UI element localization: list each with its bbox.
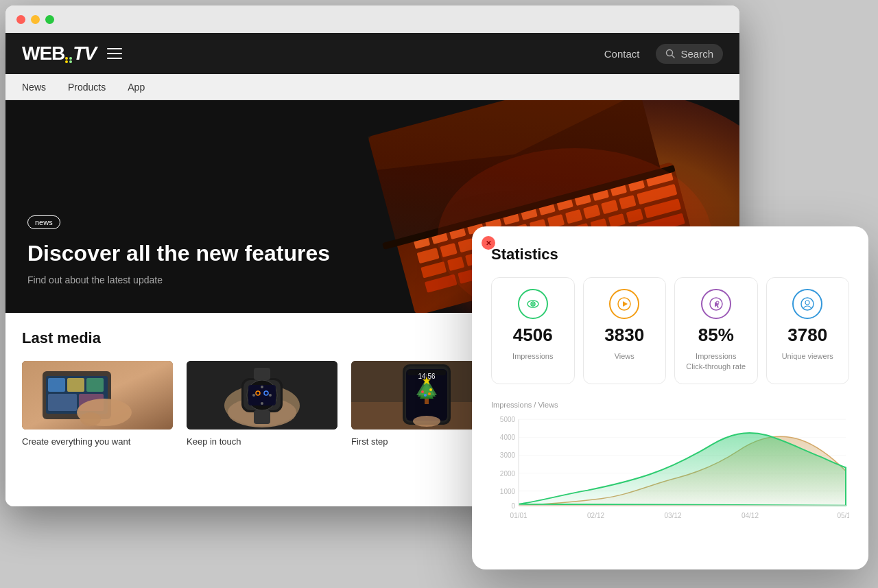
svg-point-76 [261, 386, 263, 388]
hero-subtitle: Find out about the latest update [27, 274, 330, 285]
chart-title: Impressions / Views [491, 401, 849, 409]
svg-point-109 [805, 301, 809, 305]
media-card-2-label: Keep in touch [187, 436, 241, 447]
nav-item-products[interactable]: Products [68, 76, 106, 98]
search-label: Search [680, 48, 713, 60]
svg-rect-62 [48, 378, 65, 392]
search-box[interactable]: Search [656, 44, 723, 64]
logo-web-text: WEB [22, 43, 64, 64]
hamburger-line-3 [107, 58, 122, 59]
logo-tv-text: TV [73, 43, 96, 64]
panel-title: Statistics [491, 246, 849, 263]
svg-point-78 [261, 402, 263, 405]
logo-dot-yellow2 [65, 60, 68, 63]
svg-marker-105 [623, 301, 628, 307]
media-thumb-1 [22, 361, 173, 430]
logo-dot-green2 [69, 60, 72, 63]
svg-point-68 [80, 412, 101, 426]
media-card-1-label: Create everything you want [22, 436, 130, 447]
svg-text:04/12: 04/12 [741, 512, 759, 519]
chart-container: 5000 4000 3000 2000 1000 0 01/01 02/12 0… [491, 414, 849, 524]
close-button[interactable] [16, 15, 25, 24]
unique-viewers-label: Unique viewers [782, 351, 833, 362]
svg-line-1 [672, 56, 675, 58]
svg-text:03/12: 03/12 [664, 512, 681, 519]
svg-rect-99 [425, 399, 429, 404]
nav-right-area: Contact Search [604, 44, 723, 64]
media-card-2[interactable]: Keep in touch [187, 361, 337, 447]
svg-text:1000: 1000 [500, 487, 516, 495]
svg-point-79 [252, 394, 255, 397]
svg-rect-63 [67, 378, 84, 392]
media-thumb-2 [187, 361, 337, 430]
svg-point-100 [413, 416, 440, 427]
logo-dot-yellow [65, 57, 68, 60]
svg-text:02/12: 02/12 [587, 512, 604, 519]
sub-navigation: News Products App [5, 74, 739, 100]
media-card-3-label: First step [351, 436, 388, 447]
svg-text:2000: 2000 [500, 469, 516, 477]
impressions-label: Impressions [512, 351, 553, 362]
views-number: 3830 [604, 325, 644, 346]
stat-card-impressions: 4506 Impressions [491, 277, 575, 384]
site-logo: WEB TV [22, 43, 96, 64]
chart-area: Impressions / Views [491, 401, 849, 538]
unique-viewers-number: 3780 [787, 325, 827, 346]
panel-close-button[interactable]: ✕ [482, 236, 495, 250]
hero-content: news Discover all the new features Find … [27, 215, 330, 285]
svg-point-103 [532, 303, 534, 305]
minimize-button[interactable] [31, 15, 40, 24]
svg-rect-64 [86, 378, 104, 392]
svg-rect-65 [48, 394, 77, 411]
stat-card-views: 3830 Views [583, 277, 667, 384]
browser-titlebar [5, 5, 739, 33]
views-icon [609, 289, 639, 319]
hamburger-line-2 [107, 53, 122, 54]
stat-card-unique: 3780 Unique viewers [766, 277, 850, 384]
svg-text:4000: 4000 [500, 434, 516, 441]
hamburger-button[interactable] [104, 45, 125, 62]
news-badge: news [27, 215, 60, 229]
svg-point-97 [428, 392, 431, 395]
nav-item-app[interactable]: App [128, 76, 145, 98]
svg-point-95 [429, 388, 432, 391]
nav-item-news[interactable]: News [22, 76, 46, 98]
logo-area: WEB TV [22, 43, 125, 64]
hero-title: Discover all the new features [27, 240, 330, 266]
stats-cards-row: 4506 Impressions 3830 Views [491, 277, 849, 384]
svg-point-94 [421, 390, 424, 393]
svg-text:3000: 3000 [500, 451, 516, 459]
svg-point-107 [716, 301, 719, 304]
svg-text:5000: 5000 [500, 416, 516, 423]
svg-point-96 [424, 394, 427, 397]
stat-card-ctr: 85% Impressions Click-through rate [674, 277, 758, 384]
svg-rect-80 [254, 368, 270, 380]
ctr-number: 85% [698, 325, 734, 346]
views-label: Views [615, 351, 634, 362]
unique-viewers-icon [792, 289, 822, 319]
svg-text:0: 0 [512, 502, 516, 509]
top-navigation: WEB TV [5, 33, 739, 74]
search-icon [665, 49, 675, 58]
logo-dot-green [69, 57, 72, 60]
hamburger-line-1 [107, 48, 122, 49]
media-card-1[interactable]: Create everything you want [22, 361, 173, 447]
logo-dots-decoration [65, 57, 72, 63]
impressions-icon [518, 289, 548, 319]
svg-text:05/12: 05/12 [837, 512, 849, 519]
svg-point-77 [269, 394, 272, 397]
ctr-icon [701, 289, 731, 319]
svg-text:01/01: 01/01 [510, 512, 527, 519]
contact-link[interactable]: Contact [604, 48, 640, 60]
svg-rect-81 [254, 410, 270, 424]
statistics-panel: ✕ Statistics 4506 Impressions [472, 226, 868, 569]
ctr-label: Impressions Click-through rate [686, 351, 746, 373]
maximize-button[interactable] [45, 15, 54, 24]
impressions-number: 4506 [513, 325, 553, 346]
